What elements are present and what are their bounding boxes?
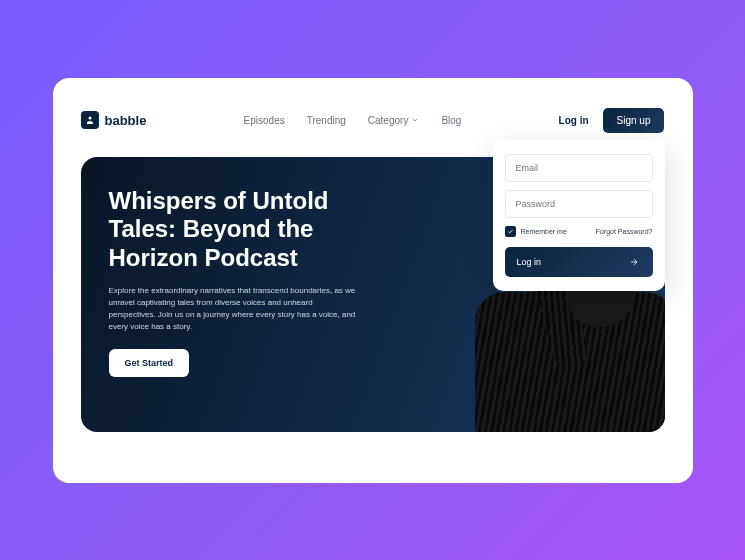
- top-nav: babble Episodes Trending Category Blog L…: [81, 108, 665, 133]
- get-started-button[interactable]: Get Started: [109, 349, 190, 377]
- logo-text: babble: [105, 113, 147, 128]
- login-popup: Remember me Forgot Password? Log in: [493, 140, 665, 291]
- nav-right: Log in Sign up: [559, 108, 665, 133]
- nav-category[interactable]: Category: [368, 115, 420, 126]
- svg-point-0: [88, 117, 91, 120]
- signup-button[interactable]: Sign up: [603, 108, 665, 133]
- checkbox-row: Remember me Forgot Password?: [505, 226, 653, 237]
- main-card: babble Episodes Trending Category Blog L…: [53, 78, 693, 483]
- password-input[interactable]: [505, 190, 653, 218]
- nav-links: Episodes Trending Category Blog: [244, 115, 462, 126]
- email-input[interactable]: [505, 154, 653, 182]
- forgot-password-link[interactable]: Forgot Password?: [596, 228, 653, 235]
- login-link[interactable]: Log in: [559, 115, 589, 126]
- chevron-down-icon: [411, 116, 419, 124]
- login-submit-button[interactable]: Log in: [505, 247, 653, 277]
- check-icon: [507, 228, 514, 235]
- remember-label: Remember me: [521, 228, 567, 235]
- hero-title: Whispers of Untold Tales: Beyond the Hor…: [109, 187, 369, 273]
- remember-group[interactable]: Remember me: [505, 226, 567, 237]
- nav-trending[interactable]: Trending: [307, 115, 346, 126]
- hero-description: Explore the extraordinary narratives tha…: [109, 285, 359, 333]
- arrow-right-icon: [627, 257, 641, 267]
- logo-icon: [81, 111, 99, 129]
- nav-blog[interactable]: Blog: [441, 115, 461, 126]
- logo[interactable]: babble: [81, 111, 147, 129]
- nav-episodes[interactable]: Episodes: [244, 115, 285, 126]
- remember-checkbox[interactable]: [505, 226, 516, 237]
